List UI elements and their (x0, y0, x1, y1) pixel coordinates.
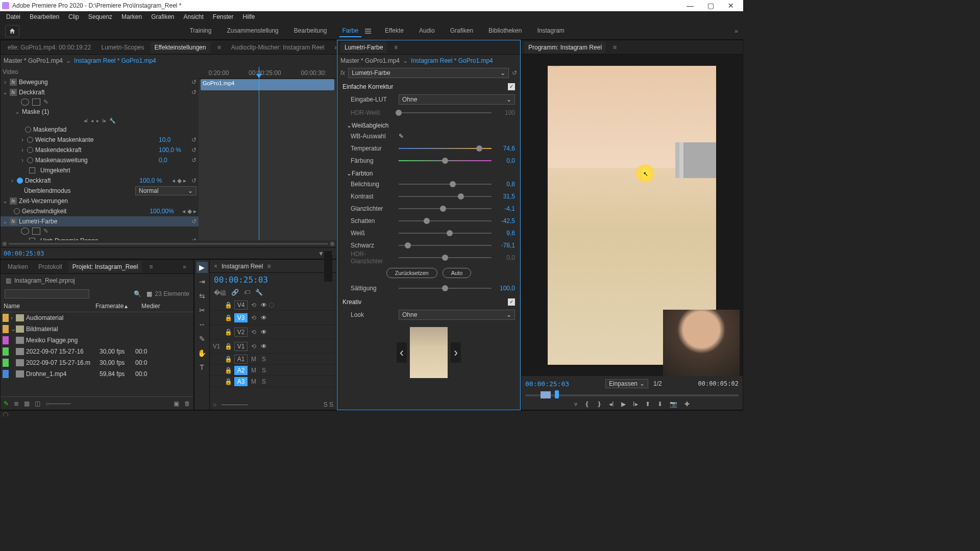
section-basic[interactable]: Einfache Korrektur ✓ (342, 79, 515, 92)
ws-farbe[interactable]: Farbe (339, 25, 361, 37)
stopwatch-icon[interactable] (14, 208, 20, 214)
reset-icon[interactable]: ↺ (191, 89, 197, 96)
eye-icon[interactable]: 👁 (260, 301, 268, 309)
eye-icon[interactable]: 👁 (260, 314, 268, 322)
ws-training[interactable]: Training (186, 25, 214, 37)
zoom-slider[interactable]: ○───── (45, 400, 71, 407)
val-maskendeckkraft[interactable]: 100,0 % (159, 146, 189, 154)
fit-dropdown[interactable]: Einpassen⌄ (605, 379, 648, 388)
label-color[interactable] (3, 325, 9, 333)
list-view-icon[interactable]: ≣ (14, 400, 19, 407)
fx-badge[interactable]: fx (10, 79, 17, 86)
tab-effect-controls[interactable]: Effekteinstellungen (151, 42, 210, 53)
eye-icon[interactable]: 👁 (260, 328, 268, 336)
val-highlights[interactable]: -4,1 (496, 205, 515, 212)
reset-button[interactable]: Zurücksetzen (386, 268, 437, 278)
input-lut-dropdown[interactable]: Ohne⌄ (399, 94, 515, 105)
prop-maskenpfad[interactable]: Maskenpfad (33, 126, 197, 133)
prop-maskenausweitung[interactable]: Maskenausweitung (35, 157, 157, 164)
ellipse-mask-icon[interactable] (21, 228, 29, 235)
icon-view-icon[interactable]: ▦ (24, 400, 30, 407)
menu-ansicht[interactable]: Ansicht (179, 12, 207, 21)
hand-tool-icon[interactable]: ✋ (197, 347, 208, 359)
lumetri-instance-dropdown[interactable]: Lumetri-Farbe ⌄ (348, 68, 509, 78)
reset-icon[interactable]: ↺ (191, 136, 197, 143)
reset-icon[interactable]: ↺ (191, 177, 197, 184)
tab-scopes[interactable]: Lumetri-Scopes (97, 42, 148, 53)
stopwatch-icon[interactable] (25, 127, 31, 133)
ec-sequence-clip[interactable]: Instagram Reel * GoPro1.mp4 (74, 57, 156, 64)
label-color[interactable] (3, 314, 9, 322)
src-patch-v2[interactable]: V2 (234, 328, 248, 337)
zoom-handle-right[interactable] (330, 242, 334, 246)
stopwatch-icon[interactable] (17, 178, 23, 184)
twisty-icon[interactable]: ⌄ (3, 218, 8, 225)
val-geschw[interactable]: 100,00% (150, 208, 180, 215)
pen-tool-icon[interactable]: ✎ (197, 333, 208, 344)
ripple-tool-icon[interactable]: ⇆ (197, 290, 208, 302)
label-color[interactable] (3, 347, 9, 356)
step-fwd-icon[interactable]: Ⅰ▸ (633, 400, 638, 408)
twisty-icon[interactable]: › (11, 314, 16, 321)
panel-menu-icon[interactable]: ≡ (390, 42, 402, 53)
slider-tint[interactable] (399, 160, 492, 161)
ws-effekte[interactable]: Effekte (382, 25, 407, 37)
solo-button[interactable]: S (260, 366, 268, 374)
track-next-icon[interactable]: Ⅰ▸ (102, 118, 106, 123)
fx-badge[interactable]: fx (10, 197, 17, 205)
close-seq-icon[interactable]: × (214, 263, 217, 270)
section-creative[interactable]: Kreativ ✓ (342, 294, 515, 308)
ws-farbe-menu-icon[interactable] (363, 27, 373, 36)
look-preview[interactable] (410, 327, 448, 378)
marker-icon[interactable]: 🏷 (244, 289, 250, 297)
lock-icon[interactable]: 🔒 (224, 366, 232, 374)
eyedropper-icon[interactable]: ✎ (399, 133, 404, 140)
prop-lumetri[interactable]: Lumetri-Farbe (19, 218, 189, 225)
label-color[interactable] (3, 359, 9, 367)
ws-overflow[interactable]: » (734, 28, 738, 35)
lock-icon[interactable]: 🔒 (224, 314, 232, 322)
val-temp[interactable]: 74,6 (496, 145, 515, 152)
fx-badge[interactable]: fx (10, 89, 17, 96)
program-viewport[interactable]: ↖ (521, 55, 743, 376)
label-color[interactable] (3, 336, 9, 344)
menu-bearbeiten[interactable]: Bearbeiten (26, 12, 63, 21)
src-patch-a1[interactable]: A1 (234, 355, 248, 364)
project-item[interactable]: 2022-09-07 15-27-16 30,00 fps 00:0 (1, 346, 193, 357)
rec-icon[interactable]: ✎ (4, 400, 9, 407)
rect-mask-icon[interactable] (32, 98, 40, 106)
zoom-slider[interactable]: ────── (222, 401, 248, 408)
maximize-button[interactable]: ▢ (700, 2, 721, 10)
close-button[interactable]: ✕ (721, 2, 741, 10)
slider-contrast[interactable] (399, 196, 492, 197)
tab-marken[interactable]: Marken (4, 261, 32, 272)
filter-icon[interactable]: ▼ (318, 250, 324, 257)
ws-audio[interactable]: Audio (416, 25, 438, 37)
twisty-icon[interactable]: › (10, 177, 15, 184)
reset-icon[interactable]: ↺ (191, 218, 197, 225)
subhead-tone[interactable]: ⌄Farbton (342, 167, 515, 178)
ec-zoom-scrollbar[interactable] (1, 240, 336, 247)
label-color[interactable] (3, 370, 9, 378)
ws-grafiken[interactable]: Grafiken (447, 25, 476, 37)
val-saturation[interactable]: 100,0 (496, 285, 515, 292)
tab-project[interactable]: Projekt: Instagram_Reel (68, 261, 142, 272)
track-settings-icon[interactable]: 🔧 (109, 118, 115, 123)
project-list[interactable]: › Audiomaterial ⌄ Bildmaterial Mexiko Fl… (1, 312, 193, 396)
project-item[interactable]: Mexiko Flagge.png (1, 335, 193, 346)
menu-datei[interactable]: Datei (2, 12, 24, 21)
look-dropdown[interactable]: Ohne⌄ (399, 310, 515, 320)
effect-timeline[interactable]: 0:20:00 00:00:25:00 00:00:30: GoPro1.mp4 (199, 67, 336, 240)
val-weiche-kante[interactable]: 10,0 (159, 136, 189, 143)
fx-badge[interactable]: fx (10, 218, 17, 225)
lum-master[interactable]: Master * GoPro1.mp4 (340, 57, 400, 64)
stopwatch-icon[interactable] (27, 137, 33, 143)
marker-icon[interactable]: ▿ (574, 400, 577, 408)
reset-icon[interactable]: ↺ (191, 79, 197, 86)
in-point-icon[interactable]: ❴ (584, 400, 590, 408)
prop-maskendeckkraft[interactable]: Maskendeckkraft (35, 146, 157, 154)
program-scrubber[interactable] (525, 390, 739, 399)
extract-icon[interactable]: ⬇ (657, 400, 663, 408)
keyframe-nav[interactable]: ◂ ◆ ▸ (172, 177, 186, 184)
playhead[interactable] (259, 67, 259, 240)
